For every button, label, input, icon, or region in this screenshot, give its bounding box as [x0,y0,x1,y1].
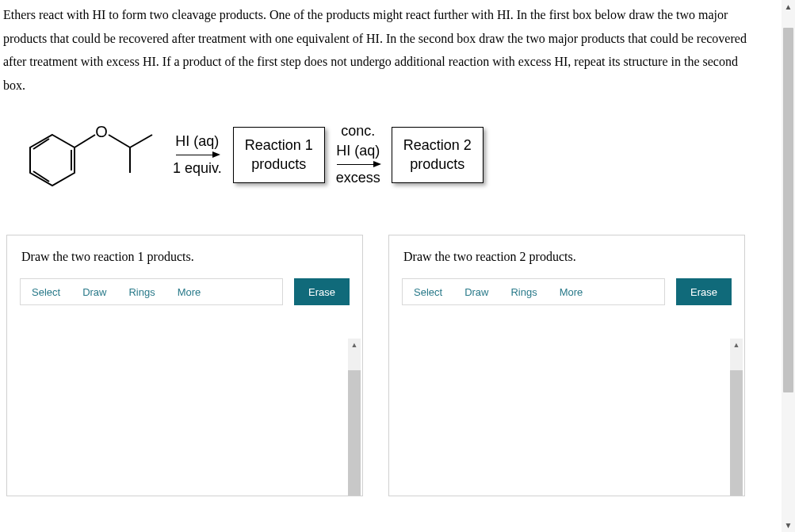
question-text: Ethers react with HI to form two cleavag… [3,3,762,97]
draw-button[interactable]: Draw [71,279,117,304]
scroll-thumb[interactable] [730,351,743,370]
select-button[interactable]: Select [21,279,71,304]
reagent1-bottom: 1 equiv. [173,159,222,178]
reagent1-top: HI (aq) [175,132,219,151]
scroll-up-icon[interactable]: ▲ [348,339,361,351]
reagent-1: HI (aq) 1 equiv. [173,132,222,178]
draw-button[interactable]: Draw [453,279,499,304]
scroll-track[interactable] [730,351,743,496]
svg-marker-0 [30,135,75,186]
scroll-thumb[interactable] [783,28,793,392]
scroll-thumb[interactable] [348,351,361,370]
rings-button[interactable]: Rings [117,279,166,304]
draw-area-1[interactable]: Draw the two reaction 1 products. Select… [6,235,363,496]
reaction1-products-box: Reaction 1 products [233,127,325,183]
arrow-2 [337,164,380,165]
draw2-scrollbar[interactable]: ▲ [730,339,743,496]
reaction2-products-box: Reaction 2 products [392,127,483,183]
svg-text:O: O [95,123,108,140]
box1-line1: Reaction 1 [245,136,313,155]
reaction-scheme: O HI (aq) 1 equiv. Reaction 1 products c… [19,111,762,198]
starting-material-structure: O [19,111,162,198]
rings-button[interactable]: Rings [499,279,548,304]
reagent2-mid: HI (aq) [336,141,380,161]
draw2-title: Draw the two reaction 2 products. [389,235,744,274]
arrow-1 [176,155,219,155]
svg-line-6 [130,135,152,147]
box2-line2: products [403,155,472,174]
page-scrollbar[interactable]: ▲ ▼ [782,0,795,532]
reagent2-top: conc. [341,121,375,141]
draw1-scrollbar[interactable]: ▲ [348,339,361,496]
reagent2-bottom: excess [336,168,380,188]
scroll-up-icon[interactable]: ▲ [730,339,743,351]
svg-line-4 [75,135,95,147]
svg-line-5 [109,135,130,147]
scroll-up-icon[interactable]: ▲ [782,0,795,13]
more-button[interactable]: More [548,279,594,304]
select-button[interactable]: Select [403,279,453,304]
scroll-track[interactable] [782,13,795,519]
erase-button[interactable]: Erase [676,278,732,305]
more-button[interactable]: More [166,279,212,304]
box1-line2: products [245,155,313,174]
draw2-toolbar: Select Draw Rings More Erase [402,278,732,305]
box2-line1: Reaction 2 [403,136,472,155]
scroll-down-icon[interactable]: ▼ [782,519,795,532]
draw1-toolbar: Select Draw Rings More Erase [20,278,350,305]
erase-button[interactable]: Erase [294,278,350,305]
reagent-2: conc. HI (aq) excess [336,121,380,189]
draw1-title: Draw the two reaction 1 products. [7,235,362,274]
scroll-track[interactable] [348,351,361,496]
draw-area-2[interactable]: Draw the two reaction 2 products. Select… [388,235,745,496]
